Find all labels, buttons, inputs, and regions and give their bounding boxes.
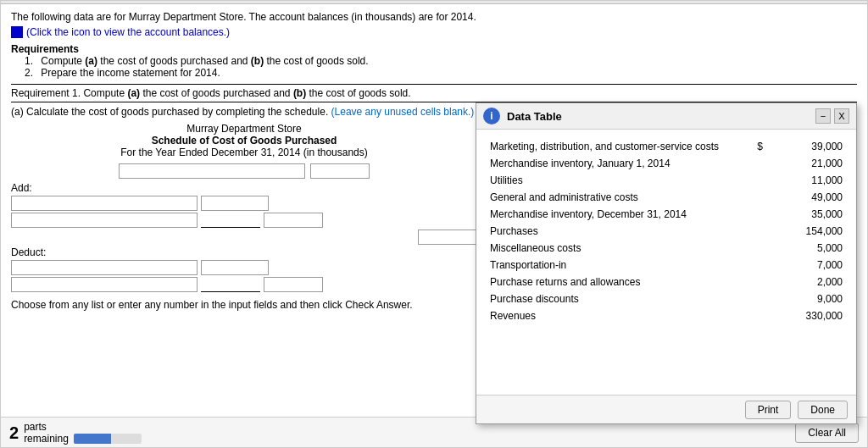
add-label: Add: [11, 182, 477, 194]
row-dollar [741, 257, 766, 274]
row-label: Miscellaneous costs [487, 240, 741, 257]
modal-title: Data Table [507, 110, 809, 123]
table-row: Merchandise inventory, January 1, 2014 2… [487, 155, 846, 172]
top-amount-input[interactable] [310, 163, 370, 179]
progress-bar [74, 434, 142, 444]
row-dollar [741, 223, 766, 240]
row-amount: 7,000 [766, 257, 846, 274]
schedule-inputs: Add: Deduct: [11, 163, 477, 292]
parts-number: 2 [9, 424, 19, 441]
deduct-total-input-2[interactable] [264, 277, 323, 292]
add-subtotal-input[interactable] [418, 230, 477, 245]
parts-label: parts [24, 421, 142, 433]
table-row: Purchase discounts 9,000 [487, 290, 846, 307]
data-table-modal: i Data Table − X Marketing, distribution… [476, 102, 857, 424]
icon-link[interactable]: (Click the icon to view the account bala… [11, 26, 857, 38]
requirement-2-item: 2. Prepare the income statement for 2014… [25, 67, 857, 79]
row-label: Merchandise inventory, December 31, 2014 [487, 206, 741, 223]
schedule-subtitle: Schedule of Cost of Goods Purchased [11, 135, 477, 147]
row-label: Purchase discounts [487, 290, 741, 307]
add-label-input-1[interactable] [11, 196, 198, 211]
row-label: General and administrative costs [487, 189, 741, 206]
grid-icon [11, 26, 23, 38]
table-row: Transportation-in 7,000 [487, 257, 846, 274]
table-row: General and administrative costs 49,000 [487, 189, 846, 206]
deduct-label-input-1[interactable] [11, 260, 198, 275]
add-subtotal-row [11, 230, 477, 245]
table-row: Purchase returns and allowances 2,000 [487, 274, 846, 290]
data-table: Marketing, distribution, and customer-se… [487, 138, 846, 324]
minimize-button[interactable]: − [815, 108, 831, 124]
deduct-section: Deduct: [11, 246, 477, 292]
parts-row: 2 parts remaining [9, 421, 142, 445]
row-amount: 154,000 [766, 223, 846, 240]
row-dollar [741, 290, 766, 307]
row-amount: 5,000 [766, 240, 846, 257]
table-row: Revenues 330,000 [487, 307, 846, 324]
add-sub-amount-2[interactable] [201, 213, 260, 228]
close-button[interactable]: X [834, 108, 849, 124]
add-amount-input-1[interactable] [201, 196, 269, 211]
table-row: Purchases 154,000 [487, 223, 846, 240]
row-dollar [741, 206, 766, 223]
print-button[interactable]: Print [745, 401, 792, 419]
info-icon: i [483, 108, 500, 124]
table-row: Utilities 11,000 [487, 172, 846, 189]
intro-text: The following data are for Murray Depart… [11, 11, 857, 23]
row-label: Merchandise inventory, January 1, 2014 [487, 155, 741, 172]
clear-all-button[interactable]: Clear All [795, 423, 859, 443]
row-amount: 21,000 [766, 155, 846, 172]
remaining-label: remaining [24, 433, 69, 445]
row-dollar [741, 274, 766, 290]
row-amount: 2,000 [766, 274, 846, 290]
row-amount: 49,000 [766, 189, 846, 206]
row-label: Revenues [487, 307, 741, 324]
add-row-1 [11, 196, 477, 211]
main-container: The following data are for Murray Depart… [0, 0, 868, 448]
done-button[interactable]: Done [798, 401, 848, 419]
row-dollar [741, 240, 766, 257]
deduct-sub-amount-2[interactable] [201, 277, 260, 292]
row-amount: 39,000 [766, 138, 846, 155]
schedule-store-title: Murray Department Store [11, 123, 477, 135]
deduct-label-input-2[interactable] [11, 277, 198, 292]
row-dollar [741, 189, 766, 206]
table-row: Miscellaneous costs 5,000 [487, 240, 846, 257]
requirements-section: Requirements 1. Compute (a) the cost of … [11, 43, 857, 79]
req1-header: Requirement 1. Compute (a) the cost of g… [11, 84, 857, 102]
modal-content: Marketing, distribution, and customer-se… [476, 130, 856, 333]
row-label: Purchases [487, 223, 741, 240]
row-dollar [741, 172, 766, 189]
add-section: Add: [11, 182, 477, 245]
row-label: Transportation-in [487, 257, 741, 274]
schedule-date: For the Year Ended December 31, 2014 (in… [11, 147, 477, 158]
row-amount: 35,000 [766, 206, 846, 223]
deduct-label: Deduct: [11, 246, 477, 258]
row-amount: 9,000 [766, 290, 846, 307]
row-label: Marketing, distribution, and customer-se… [487, 138, 741, 155]
row-amount: 330,000 [766, 307, 846, 324]
modal-footer: Print Done [476, 395, 856, 423]
deduct-row-2 [11, 277, 477, 292]
requirements-title: Requirements [11, 43, 79, 55]
deduct-amount-input-1[interactable] [201, 260, 269, 275]
deduct-row-1 [11, 260, 477, 275]
row-label: Utilities [487, 172, 741, 189]
table-row: Marketing, distribution, and customer-se… [487, 138, 846, 155]
add-row-2 [11, 213, 477, 228]
modal-header: i Data Table − X [476, 103, 856, 130]
schedule-area: Murray Department Store Schedule of Cost… [11, 123, 486, 292]
requirement-1-item: 1. Compute (a) the cost of goods purchas… [25, 55, 857, 67]
top-input-row [11, 163, 477, 179]
row-dollar [741, 307, 766, 324]
progress-bar-fill [74, 434, 111, 444]
modal-controls: − X [815, 108, 849, 124]
add-total-input-2[interactable] [264, 213, 323, 228]
add-label-input-2[interactable] [11, 213, 198, 228]
row-amount: 11,000 [766, 172, 846, 189]
top-label-input[interactable] [119, 163, 305, 179]
row-label: Purchase returns and allowances [487, 274, 741, 290]
row-dollar [741, 155, 766, 172]
table-row: Merchandise inventory, December 31, 2014… [487, 206, 846, 223]
row-dollar: $ [741, 138, 766, 155]
